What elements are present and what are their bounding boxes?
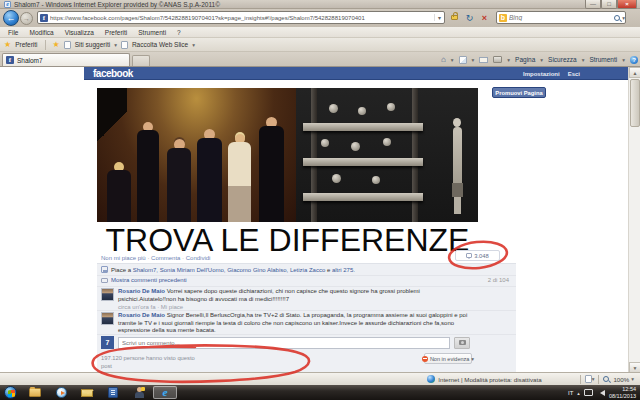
- webslice-button[interactable]: Raccolta Web Slice: [132, 41, 188, 48]
- logout-link[interactable]: Esci: [568, 71, 580, 77]
- tab-shalom7[interactable]: f Shalom7: [2, 53, 130, 66]
- address-input[interactable]: https://www.facebook.com/pages/Shalom7/5…: [50, 15, 434, 21]
- facebook-nav: Impostazioni Esci: [523, 67, 580, 80]
- chevron-down-icon[interactable]: ▾: [472, 57, 475, 63]
- refresh-button[interactable]: ↻: [463, 11, 476, 24]
- menu-help[interactable]: ?: [177, 29, 181, 36]
- comment-link[interactable]: Commenta: [151, 255, 180, 261]
- comment-input[interactable]: [118, 337, 450, 349]
- vertical-scrollbar[interactable]: ▲ ▼: [628, 67, 640, 372]
- scroll-down-button[interactable]: ▼: [629, 362, 640, 372]
- chevron-down-icon[interactable]: ▾: [507, 57, 510, 63]
- share-link[interactable]: Condividi: [186, 255, 211, 261]
- show-hidden-icons[interactable]: ▴: [577, 390, 580, 396]
- commenter-avatar[interactable]: [101, 312, 114, 325]
- page-avatar: 7: [101, 336, 114, 349]
- comment-text: Signor Benelli,Il BerluscOrgia,ha tre TV…: [118, 312, 467, 333]
- comment-author[interactable]: Rosario De Maio: [118, 312, 165, 318]
- start-button[interactable]: [4, 386, 17, 399]
- standing-prisoner: [451, 118, 463, 214]
- read-mail-icon[interactable]: [479, 57, 488, 63]
- commenter-avatar[interactable]: [101, 288, 114, 301]
- safety-menu-button[interactable]: Sicurezza: [548, 56, 577, 63]
- unlike-link[interactable]: Non mi piace più: [101, 255, 146, 261]
- not-highlighted-button[interactable]: Non in evidenza ▾: [424, 353, 472, 364]
- tools-menu-button[interactable]: Strumenti: [589, 56, 617, 63]
- search-dropdown-icon[interactable]: ▾: [622, 15, 625, 21]
- chevron-down-icon[interactable]: ▾: [114, 42, 117, 48]
- address-bar[interactable]: f https://www.facebook.com/pages/Shalom7…: [37, 11, 445, 24]
- zoom-control[interactable]: 100% ▾: [603, 376, 634, 383]
- chevron-down-icon[interactable]: ▾: [451, 57, 454, 63]
- add-favorite-icon[interactable]: ★: [53, 40, 60, 49]
- minimize-button[interactable]: —: [585, 0, 601, 9]
- lock-icon: [451, 15, 458, 20]
- menu-modifica[interactable]: Modifica: [29, 29, 53, 36]
- close-button[interactable]: ×: [617, 0, 637, 9]
- likes-more-link[interactable]: altri 275.: [332, 267, 355, 273]
- facebook-logo[interactable]: facebook: [93, 68, 133, 79]
- post-feedback-section: Piace a Shalom7, Sonia Miriam Dell'Uomo,…: [97, 263, 516, 372]
- camera-icon: [459, 340, 466, 345]
- favorites-bar: ★ Preferiti ★ Siti suggeriti ▾ Raccolta …: [0, 38, 640, 52]
- favorites-button[interactable]: Preferiti: [15, 41, 37, 48]
- menu-visualizza[interactable]: Visualizza: [65, 29, 94, 36]
- chevron-down-icon[interactable]: ▾: [592, 376, 595, 382]
- forward-button[interactable]: →: [20, 12, 33, 25]
- taskbar-app-button[interactable]: [127, 386, 151, 399]
- feeds-icon[interactable]: [459, 56, 467, 64]
- maximize-button[interactable]: □: [601, 0, 617, 9]
- new-tab-button[interactable]: [132, 55, 150, 66]
- settings-link[interactable]: Impostazioni: [523, 71, 560, 77]
- menu-strumenti[interactable]: Strumenti: [138, 29, 166, 36]
- stop-button[interactable]: ×: [478, 11, 491, 24]
- suggested-sites-button[interactable]: Siti suggeriti: [75, 41, 110, 48]
- comment-author[interactable]: Rosario De Maio: [118, 288, 165, 294]
- taskbar-clock[interactable]: 12:54 08/11/2013: [609, 386, 636, 399]
- help-icon[interactable]: ?: [630, 56, 638, 64]
- share-count-badge[interactable]: 3.048: [455, 250, 500, 261]
- back-button[interactable]: ←: [3, 10, 19, 26]
- comment-input-row: 7: [101, 336, 470, 349]
- chevron-down-icon[interactable]: ▾: [622, 57, 625, 63]
- menu-file[interactable]: File: [8, 29, 18, 36]
- scrollbar-thumb[interactable]: [630, 79, 640, 127]
- security-lock-button[interactable]: [448, 11, 461, 24]
- promote-page-button[interactable]: Promuovi Pagina: [492, 87, 546, 98]
- taskbar-document-button[interactable]: [101, 386, 125, 399]
- print-icon[interactable]: [493, 56, 502, 63]
- show-previous-link[interactable]: Mostra commenti precedenti: [111, 277, 187, 283]
- network-icon[interactable]: [584, 389, 593, 396]
- window-title: Shalom7 - Windows Internet Explorer prov…: [14, 1, 220, 8]
- search-input[interactable]: [509, 14, 614, 21]
- separator: ·: [147, 255, 149, 261]
- post-image[interactable]: [97, 88, 478, 222]
- separator: ·: [182, 255, 184, 261]
- menu-preferiti[interactable]: Preferiti: [105, 29, 127, 36]
- taskbar-explorer-button[interactable]: [23, 386, 47, 399]
- likes-conj: e: [327, 267, 330, 273]
- comment-bubble-icon: [101, 278, 108, 283]
- home-icon[interactable]: ⌂: [441, 55, 446, 64]
- address-dropdown-icon[interactable]: ▾: [434, 14, 444, 21]
- taskbar-mediaplayer-button[interactable]: [49, 386, 73, 399]
- chevron-down-icon[interactable]: ▾: [192, 42, 195, 48]
- page-menu-button[interactable]: Pagina: [515, 56, 535, 63]
- language-indicator[interactable]: IT: [568, 390, 573, 396]
- attach-photo-button[interactable]: [454, 337, 470, 349]
- taskbar-ie-button[interactable]: e: [153, 386, 177, 399]
- chevron-down-icon[interactable]: ▾: [540, 57, 543, 63]
- window-titlebar: e Shalom7 - Windows Internet Explorer pr…: [0, 0, 640, 9]
- tab-bar: f Shalom7 ⌂ ▾ ▾ ▾ Pagina ▾ Sicurezza ▾ S…: [0, 52, 640, 66]
- view-options-icon[interactable]: [585, 375, 592, 383]
- likes-names[interactable]: Shalom7, Sonia Miriam Dell'Uomo, Giacomo…: [133, 267, 326, 273]
- search-box[interactable]: b ▾: [496, 11, 626, 24]
- seen-by-text: 197.120 persone hanno visto questo post: [101, 354, 196, 370]
- search-icon[interactable]: [614, 15, 620, 21]
- scroll-up-button[interactable]: ▲: [629, 67, 640, 78]
- speaker-icon[interactable]: [597, 390, 605, 396]
- not-highlighted-label: Non in evidenza: [430, 356, 469, 362]
- taskbar-mail-button[interactable]: [75, 386, 99, 399]
- internet-zone-icon: [427, 375, 435, 383]
- chevron-down-icon[interactable]: ▾: [582, 57, 585, 63]
